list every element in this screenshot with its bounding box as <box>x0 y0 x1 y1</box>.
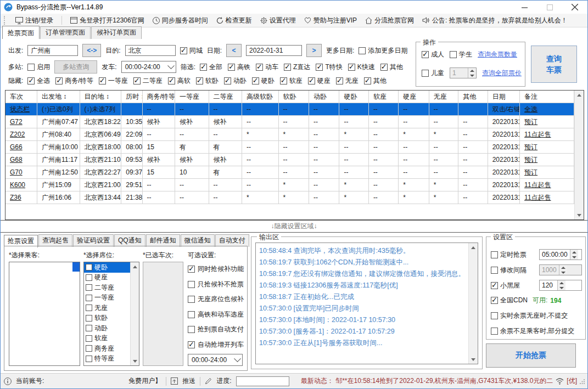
tab-order-management[interactable]: 订单管理页面 <box>40 26 91 39</box>
column-header[interactable]: 历时 ↕ <box>121 91 142 103</box>
same-city-checkbox[interactable]: 同城 <box>180 46 203 55</box>
option-checkbox-高铁和动车选座[interactable]: 高铁和动车选座 <box>188 307 245 323</box>
table-scrollbar[interactable] <box>574 91 584 219</box>
grab-tab-验证码设置[interactable]: 验证码设置 <box>73 234 114 247</box>
booking-link[interactable]: 预订 <box>520 166 574 179</box>
option-checkbox-只抢候补不抢票[interactable]: 只抢候补不抢票 <box>188 277 245 292</box>
close-button[interactable] <box>562 1 587 14</box>
blackroom-stepper[interactable]: 120 <box>539 280 582 291</box>
status-bar-link[interactable]: 状态栏 <box>5 103 37 116</box>
filter-checkbox-T特快[interactable]: T特快 <box>316 63 342 72</box>
partial-submit-checkbox[interactable]: 余票不足乘客时,部分提交 <box>491 326 574 336</box>
table-row[interactable]: G66广州南10:00北京西18:0008:0015有有------------… <box>5 141 574 154</box>
column-header[interactable]: 软卧 <box>278 91 309 103</box>
multi-station-query-button[interactable]: 多站查询 <box>54 60 97 74</box>
child-checkbox[interactable]: 儿童 <box>422 69 444 78</box>
hide-checkbox-硬卧[interactable]: 硬卧 <box>252 76 275 86</box>
seat-item-无座[interactable]: 无座 <box>84 303 130 313</box>
set-proxy-button[interactable]: 设置代理 <box>260 16 296 25</box>
resize-grip-icon[interactable] <box>580 379 585 384</box>
scroll-down-icon[interactable] <box>131 357 139 365</box>
interval-checkbox[interactable]: 修改间隔 <box>491 266 527 275</box>
seat-item-特等座[interactable]: 特等座 <box>84 354 130 364</box>
train-number-link[interactable]: K600 <box>5 179 37 191</box>
status-row[interactable]: 状态栏(↑)已选0列(↓)未选7列--------------------双击/… <box>5 103 574 116</box>
column-header[interactable]: 无座 <box>429 91 458 103</box>
column-header[interactable]: 高级软卧 <box>242 91 278 103</box>
train-number-link[interactable]: G66 <box>5 141 37 154</box>
column-header[interactable]: 二等座 <box>209 91 242 103</box>
hide-checkbox-二等座[interactable]: 二等座 <box>133 76 163 86</box>
seat-list-scrollbar[interactable] <box>130 262 139 365</box>
booking-link[interactable]: 11点起售 <box>520 179 574 191</box>
tab-waitlist-orders[interactable]: 候补订单页面 <box>91 26 142 39</box>
grab-tab-自动支付[interactable]: 自动支付 <box>215 234 249 247</box>
column-header[interactable]: 一等座 <box>175 91 209 103</box>
column-header[interactable]: 动卧 <box>309 91 339 103</box>
date-next-button[interactable]: > <box>306 44 322 57</box>
query-tickets-button[interactable]: 查询 车票 <box>531 46 577 83</box>
hide-checkbox-软座[interactable]: 软座 <box>280 76 303 86</box>
date-input[interactable]: 2022-01-31 <box>246 45 302 56</box>
hide-checkbox-高软[interactable]: 高软 <box>168 76 191 86</box>
booking-link[interactable]: 预订 <box>520 154 574 166</box>
filter-checkbox-Z直达[interactable]: Z直达 <box>284 63 310 72</box>
scroll-down-icon[interactable] <box>469 355 478 364</box>
add-more-dates-checkbox[interactable]: 添加更多日期 <box>359 46 407 55</box>
table-row[interactable]: G72广州南07:47北京西18:2210:35候补候补候补----------… <box>5 116 574 128</box>
filter-checkbox-动车[interactable]: 动车 <box>256 63 278 72</box>
hide-settings-divider[interactable]: ↓隐藏设置区域↓ <box>1 220 587 233</box>
sponsor-vip-button[interactable]: 赞助与注册VIP <box>304 16 357 25</box>
table-row[interactable]: K600广州15:09北京西21:0029:51--------*--*--**… <box>5 179 574 191</box>
hide-checkbox-全选[interactable]: 全选 <box>27 76 50 86</box>
from-input[interactable]: 广州南 <box>27 45 78 56</box>
scroll-up-icon[interactable] <box>575 91 584 99</box>
booking-link[interactable]: 11点起售 <box>520 128 574 141</box>
booking-link[interactable]: 预订 <box>520 116 574 128</box>
blackroom-checkbox[interactable]: 小黑屋 <box>491 281 520 290</box>
column-header[interactable]: 软座 <box>368 91 398 103</box>
grab-tab-微信通知[interactable]: 微信通知 <box>181 234 215 247</box>
option-checkbox-同时抢候补功能[interactable]: 同时抢候补功能 <box>188 262 245 277</box>
column-header[interactable]: 车次 <box>5 91 37 103</box>
check-update-button[interactable]: 检查更新 <box>216 16 252 25</box>
grab-tab-邮件通知[interactable]: 邮件通知 <box>146 234 180 247</box>
column-header[interactable]: 硬座 <box>399 91 429 103</box>
grab-tab-查询起售[interactable]: 查询起售 <box>38 234 72 247</box>
train-number-link[interactable]: Z36 <box>5 191 37 204</box>
output-scrollbar[interactable] <box>468 243 478 364</box>
train-number-link[interactable]: G70 <box>5 166 37 179</box>
tab-grab-page[interactable]: 抢票页面 <box>2 26 40 40</box>
minimize-button[interactable] <box>512 1 537 14</box>
to-input[interactable]: 北京 <box>125 45 176 56</box>
table-row[interactable]: G70广州南12:50北京西22:2709:371510有-----------… <box>5 166 574 179</box>
cdn-checkbox[interactable]: 全国CDN <box>491 296 528 305</box>
select-all-link[interactable]: 全选 <box>520 103 574 116</box>
hide-checkbox-硬座[interactable]: 硬座 <box>308 76 331 86</box>
check-all-prices-link[interactable]: 查询全部票价 <box>482 69 522 78</box>
seat-item-软座[interactable]: 软座 <box>84 334 130 344</box>
student-checkbox[interactable]: 学生 <box>450 50 472 59</box>
logout-login-button[interactable]: 注销/登录 <box>15 16 53 25</box>
timed-grab-checkbox[interactable]: 定时抢票 <box>491 250 527 260</box>
seat-item-商务座[interactable]: 商务座 <box>84 343 130 354</box>
sync-server-time-button[interactable]: 同步服务器时间 <box>153 16 208 25</box>
adult-checkbox[interactable]: 成人 <box>422 50 444 59</box>
seat-item-二等座[interactable]: 二等座 <box>84 283 130 293</box>
filter-checkbox-全部[interactable]: 全部 <box>200 63 222 72</box>
timed-grab-time-stepper[interactable]: 05:00:00 <box>539 249 582 260</box>
table-row[interactable]: Z36广州16:06北京西13:4421:38------**--*--**--… <box>5 191 574 204</box>
scroll-down-icon[interactable] <box>575 211 584 219</box>
filter-checkbox-高铁[interactable]: 高铁 <box>228 63 250 72</box>
option-checkbox-无座席位也候补[interactable]: 无座席位也候补 <box>188 292 245 307</box>
column-header[interactable]: 备注 <box>520 91 574 103</box>
hide-checkbox-无座[interactable]: 无座 <box>336 76 359 86</box>
table-row[interactable]: G68广州南11:17北京西21:1009:53候补候补候补----------… <box>5 154 574 166</box>
seat-item-硬卧[interactable]: 硬卧 <box>84 262 130 273</box>
filter-checkbox-其他[interactable]: 其他 <box>380 63 403 72</box>
hide-checkbox-一等座[interactable]: 一等座 <box>99 76 128 86</box>
hide-checkbox-动卧[interactable]: 动卧 <box>224 76 247 86</box>
train-number-link[interactable]: G72 <box>5 116 37 128</box>
column-header[interactable]: 出发地 ↕ <box>37 91 80 103</box>
option-checkbox-自动抢增开列车[interactable]: 自动抢增开列车 <box>188 337 245 353</box>
